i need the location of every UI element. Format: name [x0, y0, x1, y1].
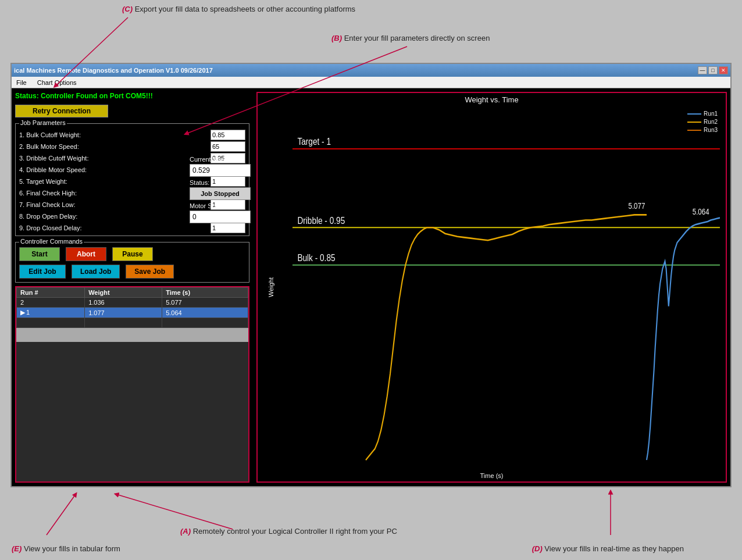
- cell-weight-selected: 1.077: [85, 308, 162, 318]
- chart-y-label: Weight: [267, 277, 274, 297]
- chart-area: Weight vs. Time Weight Run1 Run2 Run3: [256, 92, 727, 483]
- param-input-1[interactable]: [211, 130, 245, 140]
- titlebar: ical Machines Remote Diagnostics and Ope…: [12, 64, 730, 77]
- param-label-5: 5. Target Weight:: [19, 176, 208, 187]
- retry-connection-button[interactable]: Retry Connection: [15, 105, 108, 117]
- cell-run-empty: [17, 318, 85, 328]
- abort-button[interactable]: Abort: [66, 247, 106, 261]
- edit-job-button[interactable]: Edit Job: [19, 265, 66, 279]
- cell-time-empty: [162, 318, 248, 328]
- col-header-run: Run #: [17, 288, 85, 298]
- status-text: Status: Controller Found on Port COM5!!!: [15, 92, 249, 100]
- titlebar-buttons: — □ ✕: [698, 66, 728, 74]
- cell-time: 5.077: [162, 298, 248, 308]
- cell-weight: 1.036: [85, 298, 162, 308]
- menu-file[interactable]: File: [14, 79, 29, 87]
- left-panel: Status: Controller Found on Port COM5!!!…: [12, 88, 253, 486]
- main-window: ical Machines Remote Diagnostics and Ope…: [10, 63, 732, 487]
- menu-chart-options[interactable]: Chart Options: [35, 79, 79, 87]
- param-label-9: 9. Drop Closed Delay:: [19, 223, 208, 233]
- job-status-value: Job Stopped: [190, 187, 251, 200]
- param-label-8: 8. Drop Open Delay:: [19, 211, 208, 222]
- svg-text:Target - 1: Target - 1: [297, 136, 331, 147]
- cell-run: 2: [17, 298, 85, 308]
- menubar: File Chart Options: [12, 77, 730, 88]
- start-button[interactable]: Start: [19, 247, 60, 261]
- svg-text:5.064: 5.064: [693, 207, 709, 216]
- cell-weight-empty: [85, 318, 162, 328]
- cell-time-selected: 5.064: [162, 308, 248, 318]
- command-row-1: Start Abort Pause: [19, 247, 245, 261]
- pause-button[interactable]: Pause: [112, 247, 153, 261]
- commands-title: Controller Commands: [19, 238, 84, 245]
- col-header-weight: Weight: [85, 288, 162, 298]
- col-header-time: Time (s): [162, 288, 248, 298]
- param-label-7: 7. Final Check Low:: [19, 199, 208, 210]
- command-row-2: Edit Job Load Job Save Job: [19, 265, 245, 279]
- annotation-a: (A) Remotely control your Logical Contro…: [180, 527, 397, 536]
- motor-speed-label: Motor Speed:: [190, 202, 254, 209]
- table-footer: [16, 328, 248, 342]
- table-row-selected[interactable]: 1 1.077 5.064: [17, 308, 248, 318]
- chart-inner: Target - 1 Dribble - 0.95 Bulk - 0.85 5.…: [292, 108, 720, 468]
- close-button[interactable]: ✕: [719, 66, 728, 74]
- table-row[interactable]: 2 1.036 5.077: [17, 298, 248, 308]
- data-table-container: Run # Weight Time (s) 2 1.036 5.077 1: [15, 286, 249, 483]
- chart-title: Weight vs. Time: [258, 93, 726, 105]
- annotation-e: (E) View your fills in tabular form: [12, 544, 120, 553]
- param-input-9[interactable]: [211, 223, 245, 233]
- current-weight-label: Current Weight:: [190, 156, 254, 163]
- current-weight-panel: Current Weight: 0.529 Status: Job Stoppe…: [190, 156, 254, 223]
- job-params-title: Job Parameters: [19, 119, 67, 126]
- motor-speed-value: 0: [190, 211, 251, 223]
- svg-text:5.077: 5.077: [629, 201, 645, 211]
- maximize-button[interactable]: □: [708, 66, 718, 74]
- save-job-button[interactable]: Save Job: [126, 265, 174, 279]
- chart-svg: Target - 1 Dribble - 0.95 Bulk - 0.85 5.…: [292, 108, 720, 468]
- current-weight-value: 0.529: [190, 164, 251, 177]
- load-job-button[interactable]: Load Job: [72, 265, 120, 279]
- table-row-empty: [17, 318, 248, 328]
- annotation-c: (C) Export your fill data to spreadsheet…: [122, 5, 355, 13]
- svg-line-13: [47, 494, 76, 535]
- chart-x-label: Time (s): [480, 472, 504, 479]
- param-label-4: 4. Dribble Motor Speed:: [19, 165, 208, 175]
- content-area: Status: Controller Found on Port COM5!!!…: [12, 88, 730, 486]
- cell-run-selected: 1: [17, 308, 85, 318]
- param-input-2[interactable]: [211, 141, 245, 152]
- job-status-label: Status:: [190, 179, 254, 186]
- svg-text:Bulk - 0.85: Bulk - 0.85: [297, 252, 335, 263]
- annotation-d: (D) View your fills in real-time as they…: [532, 544, 684, 553]
- window-title: ical Machines Remote Diagnostics and Ope…: [14, 67, 213, 74]
- annotation-b: (B) Enter your fill parameters directly …: [331, 34, 490, 42]
- runs-table: Run # Weight Time (s) 2 1.036 5.077 1: [16, 287, 248, 328]
- param-label-3: 3. Dribble Cutoff Weight:: [19, 153, 208, 163]
- svg-text:Dribble - 0.95: Dribble - 0.95: [297, 215, 345, 226]
- param-label-2: 2. Bulk Motor Speed:: [19, 141, 208, 152]
- svg-line-11: [116, 494, 233, 529]
- param-label-6: 6. Final Check High:: [19, 188, 208, 198]
- param-label-1: 1. Bulk Cutoff Weight:: [19, 130, 208, 140]
- minimize-button[interactable]: —: [698, 66, 707, 74]
- controller-commands-box: Controller Commands Start Abort Pause Ed…: [15, 242, 249, 283]
